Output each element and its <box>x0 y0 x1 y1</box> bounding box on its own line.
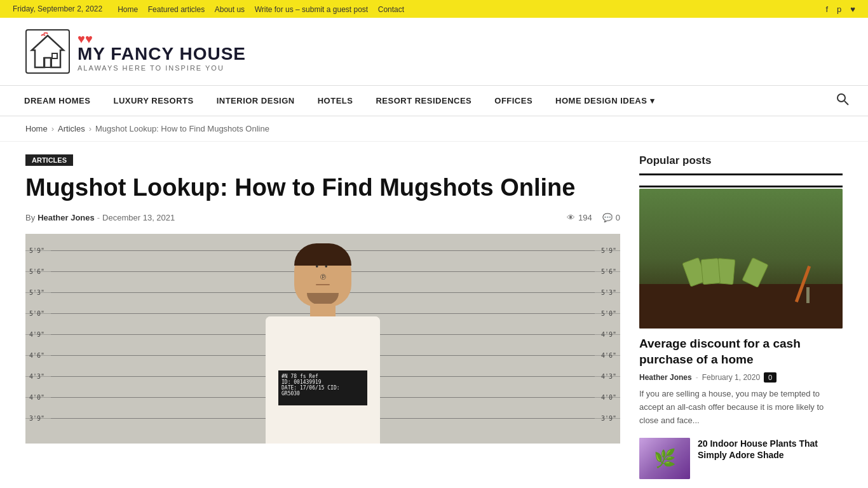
breadcrumb-current: Mugshot Lookup: How to Find Mugshots Onl… <box>95 124 269 133</box>
svg-point-3 <box>837 94 845 102</box>
article-meta: By Heather Jones - December 13, 2021 👁 1… <box>25 213 620 222</box>
site-header: ♥♥ MY FANCY HOUSE ALAWAYS HERE TO INSPIR… <box>0 18 868 85</box>
sign-line-1: #N 78 fs Ref <box>281 374 364 379</box>
ground-area <box>639 284 843 329</box>
top-bar-social: f p ♥ <box>825 4 855 14</box>
popular-post-comments[interactable]: 0 <box>764 372 776 383</box>
top-bar-nav: Home Featured articles About us Write fo… <box>118 4 404 14</box>
by-label: By <box>25 213 35 222</box>
article-title: Mugshot Lookup: How to Find Mugshots Onl… <box>25 173 620 203</box>
popular-post-date: February 1, 2020 <box>702 373 760 382</box>
nav-items: DREAM HOMES LUXURY RESORTS INTERIOR DESI… <box>13 86 666 116</box>
meta-dash: - <box>97 213 100 222</box>
nav-interior-design[interactable]: INTERIOR DESIGN <box>205 86 306 116</box>
height-label-r: 5'9" <box>601 247 616 254</box>
popular-post-meta: Heather Jones - February 1, 2020 0 <box>639 372 843 383</box>
views-stat: 👁 194 <box>567 213 592 222</box>
popular-post-author[interactable]: Heather Jones <box>639 373 692 382</box>
height-label: 5'9" <box>29 247 44 254</box>
svg-marker-0 <box>32 36 64 67</box>
article-meta-right: 👁 194 💬 0 <box>567 213 620 222</box>
top-bar-date: Friday, September 2, 2022 <box>13 4 102 13</box>
dollar-4 <box>701 258 721 285</box>
popular-post-small-image[interactable] <box>639 438 690 479</box>
breadcrumb-home[interactable]: Home <box>25 124 48 133</box>
nav-home[interactable]: Home <box>118 5 138 14</box>
dollar-plant-visual <box>639 189 843 329</box>
sign-line-4: GR5030 <box>281 391 364 396</box>
article-area: Articles Mugshot Lookup: How to Find Mug… <box>25 154 620 479</box>
breadcrumb-sep-1: › <box>51 124 54 133</box>
comments-count: 0 <box>616 213 620 222</box>
popular-post-main: Average discount for a cash purchase of … <box>639 189 843 428</box>
nav-about[interactable]: About us <box>215 5 245 14</box>
logo-area[interactable]: ♥♥ MY FANCY HOUSE ALAWAYS HERE TO INSPIR… <box>25 29 246 74</box>
article-meta-left: By Heather Jones - December 13, 2021 <box>25 213 175 222</box>
breadcrumb-articles[interactable]: Articles <box>58 124 85 133</box>
sign-line-3: DATE: 17/06/15 CID: <box>281 385 364 391</box>
sign-line-2: ID: 001439919 <box>281 379 364 385</box>
breadcrumb: Home › Articles › Mugshot Lookup: How to… <box>0 116 868 142</box>
article-tag[interactable]: Articles <box>25 154 73 166</box>
sign-board: #N 78 fs Ref ID: 001439919 DATE: 17/06/1… <box>278 370 367 405</box>
meta-dash: - <box>696 373 698 382</box>
top-bar: Friday, September 2, 2022 Home Featured … <box>0 0 868 18</box>
nav-hotels[interactable]: HOTELS <box>306 86 365 116</box>
rss-icon[interactable]: ♥ <box>850 4 855 14</box>
popular-post-small-title[interactable]: 20 Indoor House Plants That Simply Adore… <box>698 438 843 461</box>
main-layout: Articles Mugshot Lookup: How to Find Mug… <box>0 142 868 488</box>
house-svg <box>29 32 67 71</box>
logo-icon <box>25 29 70 74</box>
search-icon[interactable] <box>830 86 855 115</box>
nav-write[interactable]: Write for us – submit a guest post <box>255 5 369 14</box>
nav-featured[interactable]: Featured articles <box>148 5 205 14</box>
popular-post-small: 20 Indoor House Plants That Simply Adore… <box>639 438 843 479</box>
logo-subtitle: ALAWAYS HERE TO INSPIRE YOU <box>78 64 246 72</box>
eye-icon: 👁 <box>567 213 575 222</box>
popular-post-main-image[interactable] <box>639 189 843 329</box>
main-nav: DREAM HOMES LUXURY RESORTS INTERIOR DESI… <box>0 85 868 116</box>
facebook-icon[interactable]: f <box>825 4 828 14</box>
person-head: •• ⓟ <box>294 243 351 307</box>
nav-contact[interactable]: Contact <box>378 5 404 14</box>
pinterest-icon[interactable]: p <box>837 4 841 14</box>
sidebar: Popular posts Average discount for a cas… <box>639 154 843 479</box>
nav-resort-residences[interactable]: RESORT RESIDENCES <box>364 86 483 116</box>
views-count: 194 <box>578 213 592 222</box>
nav-luxury-resorts[interactable]: LUXURY RESORTS <box>102 86 205 116</box>
height-label: 5'6" <box>29 268 44 275</box>
comments-stat: 💬 0 <box>602 213 620 222</box>
article-image: 5'9" 5'9" 5'6" 5'6" 5'3" 5'3" 5'0" <box>25 234 620 444</box>
popular-post-small-content: 20 Indoor House Plants That Simply Adore… <box>698 438 843 461</box>
popular-post-main-title[interactable]: Average discount for a cash purchase of … <box>639 336 843 367</box>
nav-offices[interactable]: OFFICES <box>483 86 544 116</box>
logo-text-area: ♥♥ MY FANCY HOUSE ALAWAYS HERE TO INSPIR… <box>78 32 246 72</box>
article-date: December 13, 2021 <box>102 213 175 222</box>
person-body: #N 78 fs Ref ID: 001439919 DATE: 17/06/1… <box>266 316 380 444</box>
top-bar-left: Friday, September 2, 2022 Home Featured … <box>13 4 404 14</box>
nav-home-design-ideas[interactable]: HOME DESIGN IDEAS ▾ <box>544 86 666 116</box>
sidebar-divider <box>639 186 843 187</box>
nav-dream-homes[interactable]: DREAM HOMES <box>13 86 102 116</box>
plants-visual <box>639 438 690 479</box>
height-label-r: 5'6" <box>601 268 616 275</box>
svg-line-4 <box>844 101 848 105</box>
person-beard <box>307 293 339 304</box>
dollar-3 <box>742 257 768 288</box>
svg-rect-2 <box>52 53 57 58</box>
mugshot-person: •• ⓟ #N 78 fs Ref <box>266 243 380 444</box>
breadcrumb-sep-2: › <box>89 124 92 133</box>
popular-post-excerpt: If you are selling a house, you may be t… <box>639 388 843 427</box>
person-neck <box>310 304 336 316</box>
popular-posts-title: Popular posts <box>639 154 843 175</box>
article-author[interactable]: Heather Jones <box>37 213 95 222</box>
comment-icon: 💬 <box>602 213 613 222</box>
logo-title: MY FANCY HOUSE <box>78 44 246 64</box>
